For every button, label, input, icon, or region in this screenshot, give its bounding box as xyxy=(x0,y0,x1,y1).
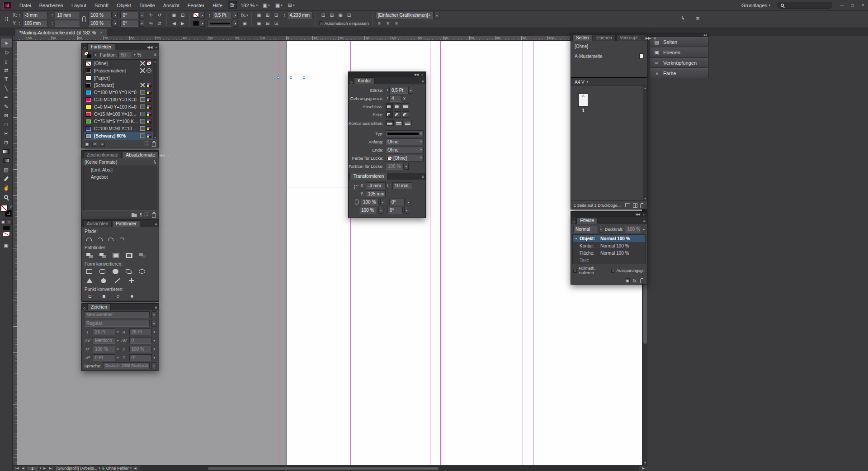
font-style-caret[interactable]: ▾ xyxy=(151,320,156,327)
direct-selection-tool[interactable]: ▷ xyxy=(1,48,12,57)
align-left-button[interactable]: ≡ xyxy=(376,20,383,27)
shear-dropdown[interactable]: ▾ xyxy=(139,20,144,27)
stroke-type-caret[interactable]: ▾ xyxy=(233,20,238,27)
control-panel-menu-icon[interactable]: ≣ xyxy=(694,15,702,22)
panel-menu-icon[interactable]: ≣ xyxy=(155,306,157,309)
rectangle-tool[interactable]: □ xyxy=(1,120,12,129)
tint-input[interactable]: 50 xyxy=(118,52,132,58)
stroke-type-dropdown[interactable] xyxy=(208,20,232,27)
wrap-offset-stepper[interactable]: ▲▼ xyxy=(283,14,286,17)
kerning-input[interactable]: Metrisch xyxy=(93,337,115,344)
column-guide[interactable] xyxy=(523,41,523,465)
opacity-slider-arrow[interactable]: ▸ xyxy=(643,228,645,231)
wrap-jump-button[interactable]: ▣ xyxy=(255,20,263,27)
gradient-feather-tool[interactable] xyxy=(1,156,12,165)
dock-panel-button[interactable]: ∞ Verknüpfungen xyxy=(650,58,709,68)
close-panel-icon[interactable]: × xyxy=(155,45,157,49)
first-page-button[interactable]: |◀ xyxy=(14,466,19,470)
select-container-button[interactable]: ▣ xyxy=(170,12,178,19)
open-path-icon[interactable] xyxy=(97,238,103,241)
width-input[interactable]: 10 mm xyxy=(55,12,80,19)
convert-rounded-rectangle-icon[interactable] xyxy=(99,269,105,274)
tab-links[interactable]: Verknüpf... xyxy=(616,34,645,41)
page-size-caret[interactable]: ▾ xyxy=(587,80,589,84)
page-size-row[interactable]: A4 V ▾ xyxy=(571,78,647,86)
x-input[interactable]: -3 mm xyxy=(22,12,47,19)
scroll-left-arrow[interactable]: ◀ xyxy=(133,466,137,470)
new-style-button[interactable] xyxy=(145,213,149,217)
scale-y-caret[interactable]: ▾ xyxy=(378,207,383,214)
formatting-affects-container-button[interactable]: ▣ xyxy=(1,219,6,224)
show-all-swatches-button[interactable]: ▣ xyxy=(85,142,90,147)
preflight-profile-dropdown[interactable]: [Grundprofil] (Arbeits... xyxy=(57,466,98,471)
swatch-row[interactable]: C=0 M=0 Y=100 K=0 xyxy=(84,103,153,110)
view-options-dropdown[interactable]: ▣▾ xyxy=(263,2,270,8)
arrange-documents-dropdown[interactable]: ⊞▾ xyxy=(288,2,295,8)
rectangle-frame-tool[interactable]: ⊠ xyxy=(1,111,12,120)
stroke-weight-input[interactable]: 0,5 Pt xyxy=(389,87,408,94)
quick-apply-icon[interactable]: ϟ xyxy=(154,160,156,165)
wrap-options-button[interactable]: ⊡ xyxy=(272,20,280,27)
collapse-panel-icon[interactable]: ◀◀ xyxy=(147,45,152,49)
tracking-input[interactable]: 0 xyxy=(129,337,152,344)
subtract-shapes-icon[interactable] xyxy=(99,253,106,258)
column-guide[interactable] xyxy=(440,41,441,465)
stroke-weight-stepper[interactable]: ▲▼ xyxy=(386,88,389,92)
close-path-icon[interactable] xyxy=(108,238,113,241)
rotation-input[interactable]: 0° xyxy=(120,12,138,19)
zoom-tool[interactable] xyxy=(1,192,12,201)
isolate-blending-checkbox[interactable] xyxy=(573,269,577,273)
gap-tint-input[interactable]: 100 % xyxy=(386,163,404,170)
gradient-swatch-tool[interactable] xyxy=(1,147,12,156)
fit-proportionally-button[interactable]: ⊡ xyxy=(345,12,353,19)
scale-x-input[interactable]: 100 % xyxy=(88,12,112,19)
baseline-shift-input[interactable]: 0 Pt xyxy=(93,354,115,361)
current-style-row[interactable]: (Keine Formate) ϟ xyxy=(82,158,159,166)
swatch-row[interactable]: [Schwarz] xyxy=(84,81,153,89)
effects-target-row[interactable]: Kontur: Normal 100 % xyxy=(573,242,645,249)
document-tab[interactable]: *Mailing-Autobranche.indd @ 182 % × xyxy=(15,28,107,36)
stroke-color-dropdown[interactable]: ▾ xyxy=(200,20,205,27)
tab-pages[interactable]: Seiten xyxy=(572,34,592,41)
hand-tool[interactable]: ✌ xyxy=(1,183,12,192)
next-page-button[interactable]: ▶ xyxy=(42,466,47,470)
skew-input[interactable]: 0° xyxy=(129,354,152,361)
page-number-input[interactable]: 1 xyxy=(27,466,38,471)
tab-align[interactable]: Ausrichten xyxy=(83,220,112,227)
flip-horizontal-button[interactable]: ⇋ xyxy=(147,20,155,27)
restore-button[interactable]: □ xyxy=(847,2,858,9)
convert-rectangle-icon[interactable] xyxy=(86,269,92,274)
column-guide[interactable] xyxy=(533,41,533,465)
tab-stroke[interactable]: Kontur xyxy=(354,77,374,84)
bleed-guide[interactable] xyxy=(278,41,278,465)
miter-limit-stepper[interactable]: ▲▼ xyxy=(386,96,389,100)
page-tool[interactable]: ▯ xyxy=(1,57,12,66)
collapse-panel-icon[interactable]: ◀◀ xyxy=(414,73,419,76)
smooth-point-icon[interactable] xyxy=(114,294,121,299)
swatch-row[interactable]: [Papier] xyxy=(84,74,153,81)
type-tool[interactable]: T xyxy=(1,75,12,84)
effects-dropdown[interactable]: fx.▾ xyxy=(241,12,248,19)
rotate-90-cw-button[interactable]: ↻ xyxy=(147,12,155,19)
autofit-checkbox[interactable] xyxy=(319,21,323,25)
ruler-origin-box[interactable] xyxy=(13,36,17,41)
apply-none-button[interactable] xyxy=(3,232,10,236)
dock-panel-button[interactable]: ▣ Ebenen xyxy=(650,48,709,57)
opacity-input[interactable]: 100 % xyxy=(625,226,641,233)
delete-page-button[interactable] xyxy=(640,204,644,208)
rotation-dropdown[interactable]: ▾ xyxy=(139,12,144,19)
shear-input[interactable]: 0° xyxy=(120,20,138,27)
corner-point-icon[interactable] xyxy=(100,294,107,299)
horizontal-ruler[interactable]: 100 90 80 70 60 50 40 30 20 10 0 10 20 3… xyxy=(17,36,642,41)
reverse-path-icon[interactable] xyxy=(119,238,124,241)
panel-menu-icon[interactable]: ≣ xyxy=(643,219,646,223)
panel-menu-icon[interactable]: ≣ xyxy=(654,37,656,40)
constrain-proportions-icon[interactable] xyxy=(82,16,86,22)
menu-item[interactable]: Fenster xyxy=(184,0,208,11)
fill-swatch[interactable] xyxy=(1,205,8,212)
fill-color-dropdown[interactable]: ▾ xyxy=(200,12,205,19)
fill-stroke-proxy-icon[interactable] xyxy=(84,52,91,58)
menu-item[interactable]: Schrift xyxy=(90,0,113,11)
wrap-object-button[interactable]: ⊡ xyxy=(272,12,280,19)
menu-item[interactable]: Ansicht xyxy=(159,0,184,11)
